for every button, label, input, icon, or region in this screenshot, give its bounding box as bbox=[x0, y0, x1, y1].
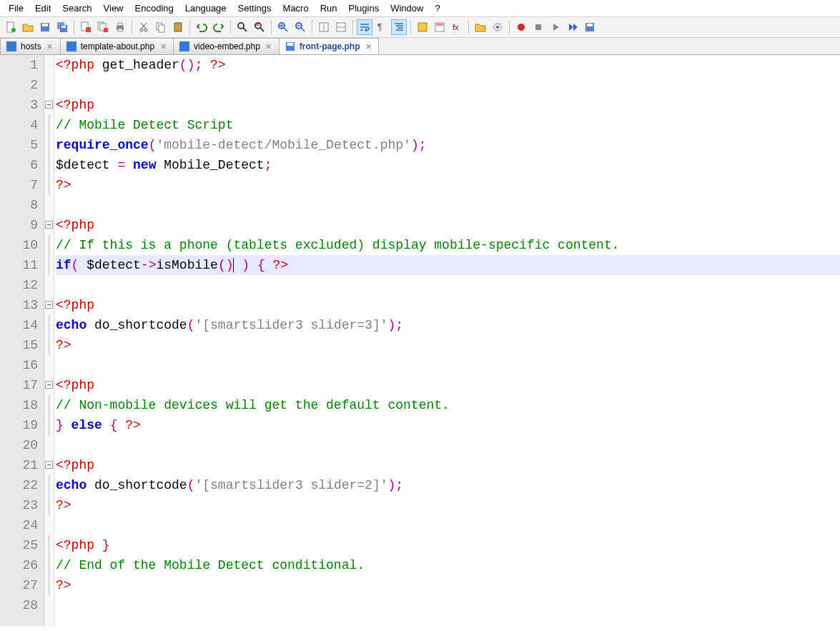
paste-button[interactable] bbox=[170, 19, 186, 35]
new-button[interactable] bbox=[3, 19, 19, 35]
sync-h-button[interactable] bbox=[333, 19, 349, 35]
code-line[interactable]: <?php bbox=[56, 375, 840, 395]
tab-video-embed-php[interactable]: video-embed.php✕ bbox=[173, 38, 280, 54]
stop-button[interactable] bbox=[530, 19, 546, 35]
file-icon bbox=[179, 41, 189, 51]
save-macro-button[interactable] bbox=[582, 19, 598, 35]
code-line[interactable] bbox=[56, 435, 840, 455]
code-line[interactable]: // If this is a phone (tablets excluded)… bbox=[56, 235, 840, 255]
code-line[interactable]: <?php get_header(); ?> bbox=[56, 55, 840, 75]
svg-rect-29 bbox=[418, 23, 427, 31]
menu-[interactable]: ? bbox=[430, 1, 444, 15]
code-line[interactable]: // Non-mobile devices will get the defau… bbox=[56, 395, 840, 415]
zoom-out-button[interactable] bbox=[292, 19, 308, 35]
close-icon[interactable]: ✕ bbox=[46, 42, 54, 51]
undo-button[interactable] bbox=[194, 19, 209, 35]
code-line[interactable] bbox=[56, 595, 840, 615]
code-line[interactable]: // Mobile Detect Script bbox=[56, 115, 840, 135]
file-icon bbox=[6, 41, 16, 51]
code-line[interactable] bbox=[56, 275, 840, 295]
menu-settings[interactable]: Settings bbox=[234, 1, 276, 15]
cut-button[interactable] bbox=[136, 19, 152, 35]
menu-view[interactable]: View bbox=[99, 1, 128, 15]
menu-window[interactable]: Window bbox=[386, 1, 428, 15]
code-line[interactable]: <?php bbox=[56, 215, 840, 235]
svg-rect-6 bbox=[61, 26, 66, 28]
code-line[interactable] bbox=[56, 515, 840, 535]
func-list-button[interactable]: fx bbox=[449, 19, 465, 35]
code-line[interactable]: ?> bbox=[56, 335, 840, 355]
rec-button[interactable] bbox=[513, 19, 529, 35]
code-line[interactable] bbox=[56, 75, 840, 95]
save-all-button[interactable] bbox=[54, 19, 70, 35]
wrap-button[interactable] bbox=[357, 19, 372, 35]
svg-rect-8 bbox=[86, 27, 91, 32]
monitor-button[interactable] bbox=[490, 19, 505, 35]
tab-label: hosts bbox=[21, 41, 41, 51]
code-line[interactable]: $detect = new Mobile_Detect; bbox=[56, 155, 840, 175]
tab-template-about-php[interactable]: template-about.php✕ bbox=[60, 38, 174, 54]
code-line[interactable]: echo do_shortcode('[smartslider3 slider=… bbox=[56, 475, 840, 495]
svg-text:ab: ab bbox=[255, 22, 260, 26]
toolbar: ab¶fx bbox=[0, 17, 840, 38]
code-line[interactable]: <?php bbox=[56, 295, 840, 315]
play-multi-button[interactable] bbox=[565, 19, 580, 35]
folder-button[interactable] bbox=[473, 19, 488, 35]
menu-macro[interactable]: Macro bbox=[279, 1, 313, 15]
code-line[interactable]: echo do_shortcode('[smartslider3 slider=… bbox=[56, 315, 840, 335]
editor: 1234567891011121314151617181920212223242… bbox=[0, 55, 840, 626]
tab-front-page-php[interactable]: front-page.php✕ bbox=[279, 38, 380, 54]
play-button[interactable] bbox=[548, 19, 563, 35]
menu-plugins[interactable]: Plugins bbox=[345, 1, 384, 15]
fold-column[interactable] bbox=[44, 55, 54, 626]
tab-label: front-page.php bbox=[300, 41, 360, 51]
menu-file[interactable]: File bbox=[4, 1, 28, 15]
doc-map-button[interactable] bbox=[432, 19, 448, 35]
code-line[interactable]: if( $detect->isMobile() ) { ?> bbox=[56, 255, 840, 275]
code-line[interactable]: <?php } bbox=[56, 535, 840, 555]
code-line[interactable]: ?> bbox=[56, 175, 840, 195]
code-line[interactable] bbox=[56, 195, 840, 215]
all-chars-button[interactable]: ¶ bbox=[374, 19, 390, 35]
close-all-button[interactable] bbox=[95, 19, 111, 35]
code-area[interactable]: <?php get_header(); ?> <?php// Mobile De… bbox=[54, 55, 840, 626]
svg-rect-20 bbox=[177, 22, 179, 24]
svg-point-21 bbox=[238, 23, 244, 29]
sync-v-button[interactable] bbox=[316, 19, 332, 35]
zoom-in-button[interactable] bbox=[275, 19, 291, 35]
menu-search[interactable]: Search bbox=[58, 1, 96, 15]
open-button[interactable] bbox=[20, 19, 36, 35]
close-icon[interactable]: ✕ bbox=[265, 42, 273, 51]
redo-button[interactable] bbox=[211, 19, 227, 35]
indent-guide-button[interactable] bbox=[391, 19, 407, 35]
close-icon[interactable]: ✕ bbox=[364, 42, 372, 51]
code-line[interactable]: <?php bbox=[56, 95, 840, 115]
code-line[interactable]: <?php bbox=[56, 455, 840, 475]
svg-text:¶: ¶ bbox=[377, 22, 382, 32]
menubar: FileEditSearchViewEncodingLanguageSettin… bbox=[0, 0, 840, 17]
close-icon[interactable]: ✕ bbox=[159, 42, 167, 51]
find-button[interactable] bbox=[234, 19, 250, 35]
tab-hosts[interactable]: hosts✕ bbox=[0, 38, 61, 54]
menu-encoding[interactable]: Encoding bbox=[131, 1, 178, 15]
replace-button[interactable]: ab bbox=[252, 19, 267, 35]
svg-rect-14 bbox=[118, 29, 122, 31]
print-button[interactable] bbox=[112, 19, 128, 35]
code-line[interactable]: } else { ?> bbox=[56, 415, 840, 435]
menu-language[interactable]: Language bbox=[181, 1, 231, 15]
code-line[interactable]: ?> bbox=[56, 575, 840, 595]
svg-rect-40 bbox=[287, 43, 293, 46]
lang-button[interactable] bbox=[415, 19, 430, 35]
copy-button[interactable] bbox=[153, 19, 169, 35]
tab-label: template-about.php bbox=[81, 41, 154, 51]
save-button[interactable] bbox=[37, 19, 53, 35]
close-button[interactable] bbox=[78, 19, 94, 35]
tab-label: video-embed.php bbox=[194, 41, 260, 51]
code-line[interactable]: ?> bbox=[56, 495, 840, 515]
code-line[interactable]: require_once('mobile-detect/Mobile_Detec… bbox=[56, 135, 840, 155]
menu-run[interactable]: Run bbox=[316, 1, 342, 15]
menu-edit[interactable]: Edit bbox=[31, 1, 55, 15]
svg-point-15 bbox=[140, 29, 143, 31]
code-line[interactable]: // End of the Mobile Detect conditional. bbox=[56, 555, 840, 575]
code-line[interactable] bbox=[56, 355, 840, 375]
